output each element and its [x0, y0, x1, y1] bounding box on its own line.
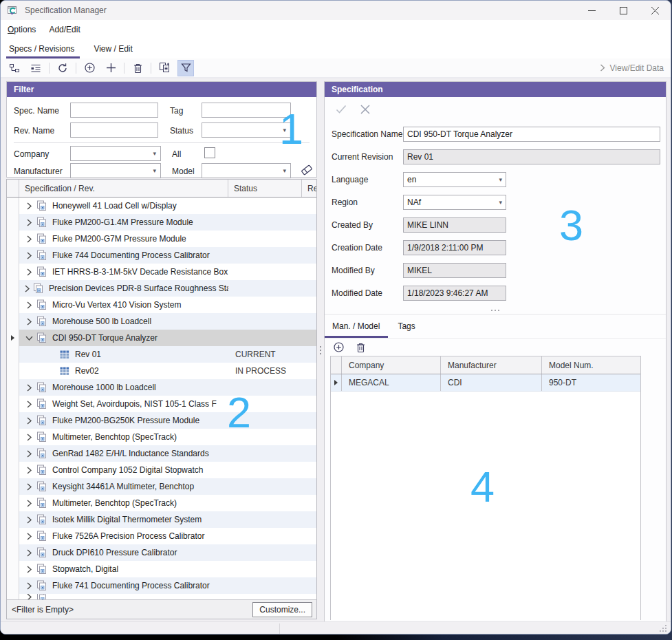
hierarchy-button[interactable] [6, 60, 23, 76]
tag-input[interactable] [202, 103, 291, 118]
model-dropdown[interactable]: ▾ [202, 163, 291, 178]
field-control[interactable]: MIKE LINN ▾ [403, 217, 506, 233]
copy-spec-button[interactable] [156, 60, 173, 76]
tree-row[interactable]: IET HRRS-B-3-1M-5kV Decade Resistance Bo… [7, 264, 316, 280]
view-edit-data-link[interactable]: View/Edit Data [600, 63, 664, 73]
field-control[interactable]: Rev 01 ▾ [403, 149, 660, 164]
expand-chevron-icon[interactable] [24, 268, 34, 276]
tab-tags[interactable]: Tags [396, 314, 416, 338]
expand-chevron-icon[interactable] [24, 401, 34, 408]
tree-row[interactable] [7, 594, 316, 599]
tree-row[interactable]: Keysight 34461A Multimeter, Benchtop [7, 478, 316, 495]
field-control[interactable]: 1/18/2023 9:46:27 AM ▾ [403, 286, 506, 301]
tree-row[interactable]: GenRad 1482 E/H/L Inductance Standards [7, 445, 316, 462]
expand-chevron-icon[interactable] [47, 351, 56, 359]
tree-row[interactable]: Fluke 7526A Precision Process Calibrator [7, 528, 316, 544]
column-header-specification[interactable]: Specification / Rev. [19, 180, 228, 197]
expand-chevron-icon[interactable] [24, 219, 34, 226]
expand-chevron-icon[interactable] [24, 335, 34, 341]
expand-chevron-icon[interactable] [24, 483, 34, 491]
expand-chevron-icon[interactable] [24, 500, 34, 507]
expand-chevron-icon[interactable] [24, 252, 34, 259]
expand-chevron-icon[interactable] [24, 582, 34, 590]
delete-model-button[interactable] [354, 341, 367, 354]
expand-chevron-icon[interactable] [24, 549, 34, 557]
tree-row[interactable]: Fluke 741 Documenting Process Calibrator [7, 577, 316, 594]
tree-row[interactable]: Micro-Vu Vertex 410 Vision System [7, 297, 316, 313]
status-dropdown[interactable]: ▾ [202, 122, 291, 138]
tab-specs-revisions[interactable]: Specs / Revisions [8, 39, 76, 58]
tree-row[interactable]: Weight Set, Avoirdupois, NIST 105-1 Clas… [7, 396, 316, 412]
close-button[interactable] [639, 1, 671, 20]
form-splitter-handle[interactable] [325, 306, 666, 314]
apply-button[interactable] [334, 103, 348, 116]
maximize-button[interactable] [607, 1, 639, 20]
tree-row[interactable]: Honeywell 41 Load Cell w/Display [7, 198, 316, 214]
tree-row[interactable]: Stopwatch, Digital [7, 561, 316, 577]
field-control[interactable]: MIKEL ▾ [403, 263, 506, 278]
expand-chevron-icon[interactable] [47, 367, 56, 375]
expand-chevron-icon[interactable] [24, 516, 34, 524]
tree-row[interactable]: Isotek Millik Digital Thermometer System [7, 511, 316, 528]
tree-row[interactable]: Multimeter, Benchtop (SpecTrack) [7, 429, 316, 445]
column-header-status[interactable]: Status [228, 180, 302, 197]
expand-chevron-icon[interactable] [24, 285, 30, 292]
expand-chevron-icon[interactable] [24, 301, 34, 309]
refresh-button[interactable] [54, 60, 71, 76]
menu-options[interactable]: Options [8, 25, 36, 34]
resize-grip-icon[interactable] [658, 623, 667, 632]
add-button[interactable] [102, 60, 119, 76]
tree-row[interactable]: Rev02 IN PROCESS [7, 363, 316, 379]
expand-chevron-icon[interactable] [24, 533, 34, 540]
delete-button[interactable] [129, 60, 146, 76]
expand-chevron-icon[interactable] [24, 318, 34, 326]
cancel-button[interactable] [358, 103, 372, 116]
expand-chevron-icon[interactable] [24, 566, 34, 573]
tree-row[interactable]: Precision Devices PDR-8 Surface Roughnes… [7, 280, 316, 297]
tree-row[interactable]: CDI 950-DT Torque Analyzer [7, 330, 316, 346]
expand-chevron-icon[interactable] [24, 202, 34, 210]
tree-row[interactable]: Druck DPI610 Pressure Calibrator [7, 544, 316, 561]
add-model-button[interactable] [332, 341, 345, 354]
spec-name-input[interactable] [70, 103, 158, 118]
field-control[interactable]: en ▾ [403, 172, 506, 187]
column-header-company[interactable]: Company [342, 356, 441, 374]
expand-chevron-icon[interactable] [24, 434, 34, 441]
clear-filter-button[interactable] [299, 162, 314, 178]
company-dropdown[interactable]: ▾ [70, 146, 161, 161]
tree-row[interactable]: Fluke PM200-G1.4M Pressure Module [7, 214, 316, 231]
manufacturer-dropdown[interactable]: ▾ [70, 163, 161, 178]
expand-chevron-icon[interactable] [24, 235, 34, 243]
field-control[interactable]: NAf ▾ [403, 195, 506, 210]
expand-chevron-icon[interactable] [24, 594, 34, 599]
filter-toggle-button[interactable] [177, 60, 194, 76]
tree-row[interactable]: Control Company 1052 Digital Stopwatch [7, 462, 316, 478]
menu-add-edit[interactable]: Add/Edit [49, 25, 80, 34]
minimize-button[interactable] [576, 1, 607, 20]
expand-chevron-icon[interactable] [24, 417, 34, 425]
field-control[interactable]: 1/9/2018 2:11:00 PM ▾ [403, 240, 506, 255]
tab-man-model[interactable]: Man. / Model [331, 314, 381, 338]
expand-chevron-icon[interactable] [24, 467, 34, 474]
tree-row[interactable]: Morehouse 500 lb Loadcell [7, 313, 316, 330]
all-checkbox[interactable] [204, 147, 215, 158]
customize-button[interactable]: Customize... [252, 602, 312, 617]
column-header-model-num[interactable]: Model Num. [542, 356, 640, 374]
tree-row[interactable]: Multimeter, Benchtop (SpecTrack) [7, 495, 316, 511]
field-control[interactable]: CDI 950-DT Torque Analyzer ▾ [403, 127, 660, 142]
collapse-list-button[interactable] [28, 60, 44, 76]
tree-row[interactable]: Fluke 744 Documenting Process Calibrator [7, 247, 316, 264]
tree-row[interactable]: Fluke PM200-BG250K Pressure Module [7, 412, 316, 429]
expand-chevron-icon[interactable] [24, 384, 34, 392]
tree-row[interactable]: Fluke PM200-G7M Pressure Module [7, 231, 316, 247]
model-table-row[interactable]: MEGACAL CDI 950-DT [331, 374, 640, 392]
tree-row[interactable]: Morehouse 1000 lb Loadcell [7, 379, 316, 396]
column-header-rec[interactable]: Rec [302, 180, 316, 197]
rev-name-input[interactable] [70, 122, 158, 138]
add-circle-button[interactable] [81, 60, 98, 76]
expand-chevron-icon[interactable] [24, 450, 34, 458]
column-header-manufacturer[interactable]: Manufacturer [441, 356, 542, 374]
tab-view-edit[interactable]: View / Edit [92, 39, 133, 58]
panel-splitter[interactable] [317, 81, 324, 619]
tree-row[interactable]: Rev 01 CURRENT [7, 346, 316, 363]
